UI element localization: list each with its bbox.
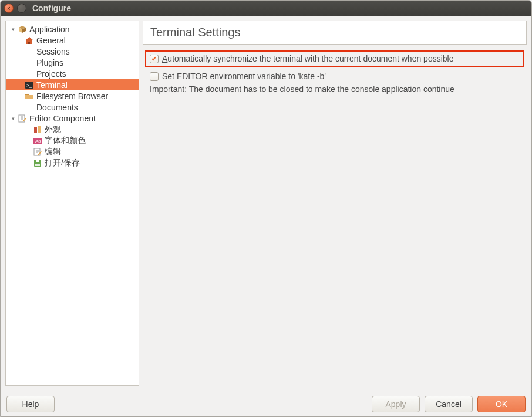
sidebar-tree: ▾ Application General Sessions Plugi <box>5 21 139 386</box>
tree-item-fonts-colors[interactable]: Aa 字体和颜色 <box>6 135 139 146</box>
tree-label: Documents <box>36 103 78 112</box>
tree-label: General <box>36 36 66 45</box>
important-note: Important: The document has to be closed… <box>145 84 524 94</box>
minimize-icon[interactable]: – <box>17 4 26 13</box>
set-editor-checkbox[interactable] <box>150 72 159 81</box>
tree-label: Projects <box>36 69 66 79</box>
tree-item-open-save[interactable]: 打开/保存 <box>6 157 139 168</box>
svg-text:>_: >_ <box>26 83 32 88</box>
tree-label: 编辑 <box>45 147 61 157</box>
set-editor-option: Set EDITOR environment variable to 'kate… <box>145 70 524 82</box>
tree-item-general[interactable]: General <box>6 35 139 46</box>
svg-rect-10 <box>36 160 39 162</box>
dialog-footer: Help Apply Cancel OK <box>1 391 531 416</box>
svg-rect-11 <box>35 164 40 166</box>
svg-rect-0 <box>28 42 30 44</box>
folder-icon <box>25 91 34 101</box>
tree-item-sessions[interactable]: Sessions <box>6 46 139 57</box>
appearance-icon <box>33 125 42 134</box>
svg-text:Aa: Aa <box>35 138 41 144</box>
editing-icon <box>33 147 42 157</box>
tree-item-appearance[interactable]: 外观 <box>6 124 139 135</box>
auto-sync-checkbox[interactable] <box>150 55 159 63</box>
window-title: Configure <box>32 4 71 13</box>
cancel-button[interactable]: Cancel <box>425 396 473 412</box>
content-area: ▾ Application General Sessions Plugi <box>1 16 531 391</box>
save-icon <box>33 158 42 168</box>
svg-rect-5 <box>38 126 41 133</box>
auto-sync-label[interactable]: Automatically synchronize the terminal w… <box>162 54 453 63</box>
tree-item-application[interactable]: ▾ Application <box>6 23 139 35</box>
apply-button[interactable]: Apply <box>372 396 420 412</box>
chevron-down-icon[interactable]: ▾ <box>9 26 16 32</box>
set-editor-label[interactable]: Set EDITOR environment variable to 'kate… <box>162 72 326 81</box>
settings-panel: Terminal Settings Automatically synchron… <box>143 21 527 386</box>
tree-item-filesystem-browser[interactable]: Filesystem Browser <box>6 90 139 101</box>
edit-icon <box>18 114 27 123</box>
tree-item-editor-component[interactable]: ▾ Editor Component <box>6 113 139 124</box>
tree-item-plugins[interactable]: Plugins <box>6 57 139 68</box>
configure-window: × – Configure ▾ Application General <box>0 0 532 417</box>
tree-label: Editor Component <box>29 114 96 123</box>
help-button[interactable]: Help <box>6 396 55 412</box>
titlebar: × – Configure <box>1 1 531 16</box>
tree-label: 外观 <box>45 124 61 135</box>
tree-label: Sessions <box>36 47 70 56</box>
svg-rect-4 <box>34 127 37 133</box>
tree-label: Application <box>29 25 70 34</box>
fonts-colors-icon: Aa <box>33 136 42 145</box>
terminal-icon: >_ <box>25 80 34 90</box>
tree-item-terminal[interactable]: >_ Terminal <box>6 79 139 90</box>
tree-label: 打开/保存 <box>45 158 80 168</box>
tree-item-editing[interactable]: 编辑 <box>6 146 139 157</box>
tree-label: 字体和颜色 <box>45 135 86 146</box>
ok-button[interactable]: OK <box>477 396 526 412</box>
tree-label: Plugins <box>36 58 63 67</box>
tree-label: Terminal <box>36 80 68 90</box>
tree-item-projects[interactable]: Projects <box>6 68 139 79</box>
tree-label: Filesystem Browser <box>36 91 108 101</box>
chevron-down-icon[interactable]: ▾ <box>9 116 16 121</box>
home-icon <box>25 36 34 45</box>
highlighted-option: Automatically synchronize the terminal w… <box>145 50 524 67</box>
panel-title: Terminal Settings <box>143 21 527 45</box>
package-icon <box>18 25 27 34</box>
close-icon[interactable]: × <box>4 4 14 13</box>
tree-item-documents[interactable]: Documents <box>6 101 139 113</box>
